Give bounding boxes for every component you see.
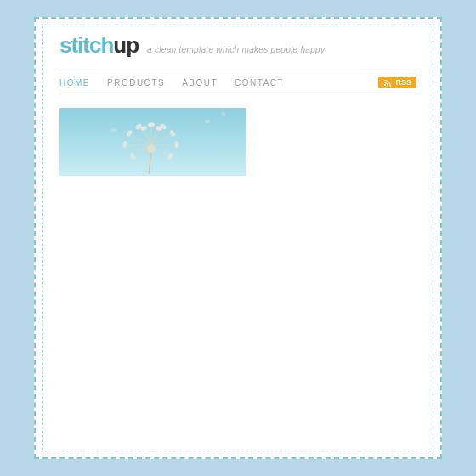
nav-home[interactable]: HOME <box>60 78 90 88</box>
navigation: HOME PRODUCTS ABOUT CONTACT RSS <box>60 71 416 94</box>
svg-point-0 <box>384 84 386 86</box>
content-area <box>60 184 416 422</box>
logo-up: up <box>113 32 139 58</box>
rss-icon <box>383 78 392 87</box>
logo-stitch: stitch <box>60 32 113 58</box>
nav-contact[interactable]: CONTACT <box>235 78 284 88</box>
nav-about[interactable]: ABOUT <box>182 78 218 88</box>
rss-label: RSS <box>395 78 411 87</box>
header: stitchup a clean template which makes pe… <box>60 32 416 59</box>
rss-button[interactable]: RSS <box>378 76 416 88</box>
tagline: a clean template which makes people happ… <box>147 45 325 54</box>
nav-products[interactable]: PRODUCTS <box>107 78 165 88</box>
svg-point-3 <box>147 144 156 153</box>
hero-image <box>60 108 246 176</box>
logo: stitchup <box>60 32 139 59</box>
nav-links: HOME PRODUCTS ABOUT CONTACT <box>60 78 378 88</box>
page-wrapper: stitchup a clean template which makes pe… <box>34 17 442 459</box>
dandelion-svg <box>60 108 246 176</box>
